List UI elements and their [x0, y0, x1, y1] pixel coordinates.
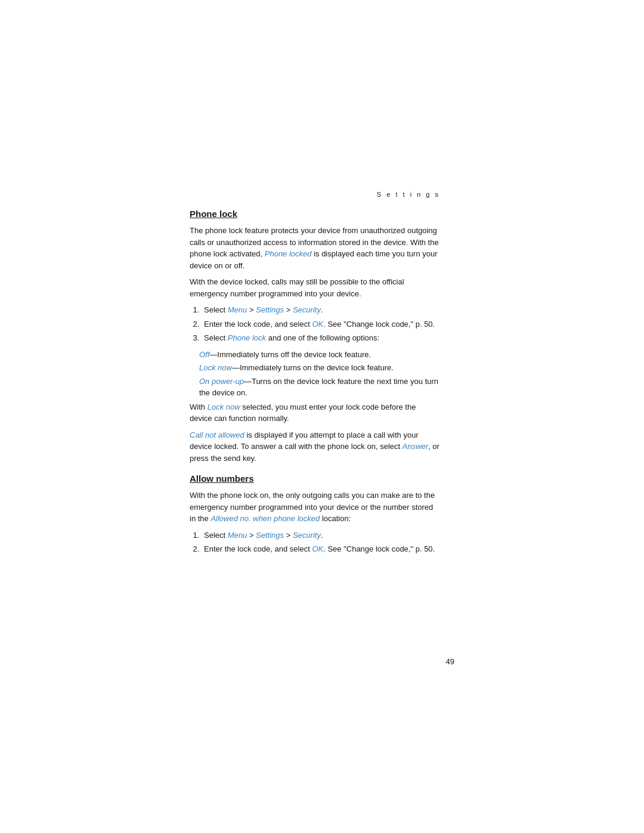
allow-numbers-heading: Allow numbers: [190, 473, 440, 484]
off-text: —Immediately turns off the device lock f…: [209, 350, 371, 359]
step2-text: Enter the lock code, and select: [204, 320, 312, 329]
menu-link-1: Menu: [228, 305, 247, 314]
allow-step2-end: . See "Change lock code," p. 50.: [323, 544, 435, 553]
ok-link-2: OK: [312, 544, 323, 553]
option-lock-now: Lock now—Immediately turns on the device…: [190, 362, 440, 374]
allow-step1-text: Select: [204, 531, 228, 540]
allow-numbers-para1: With the phone lock on, the only outgoin…: [190, 490, 440, 525]
step3-text: Select: [204, 333, 228, 342]
step1-text: Select: [204, 305, 228, 314]
settings-link-1: Settings: [256, 305, 284, 314]
phone-lock-heading: Phone lock: [190, 209, 440, 219]
phone-lock-step-1: Select Menu > Settings > Security.: [202, 304, 440, 316]
step2-end: . See "Change lock code," p. 50.: [323, 320, 435, 329]
answer-link: Answer: [402, 442, 428, 451]
call-not-allowed-link: Call not allowed: [190, 431, 244, 439]
step1-mid1: >: [247, 305, 256, 314]
allow-numbers-section: Allow numbers With the phone lock on, th…: [190, 473, 440, 555]
phone-lock-steps: Select Menu > Settings > Security. Enter…: [202, 304, 440, 344]
phone-lock-step-2: Enter the lock code, and select OK. See …: [202, 318, 440, 330]
step1-end: .: [321, 305, 323, 314]
phone-locked-link: Phone locked: [265, 249, 312, 258]
step3-end: and one of the following options:: [266, 333, 379, 342]
allowed-no-link: Allowed no. when phone locked: [210, 514, 320, 523]
allow-step-1: Select Menu > Settings > Security.: [202, 529, 440, 541]
page-container: S e t t i n g s Phone lock The phone loc…: [0, 0, 644, 833]
lock-now-text: —Immediately turns on the device lock fe…: [232, 363, 394, 372]
settings-label: S e t t i n g s: [190, 191, 440, 198]
allow-step1-mid1: >: [247, 531, 256, 540]
content-area: S e t t i n g s Phone lock The phone loc…: [190, 191, 440, 567]
on-power-up-link: On power-up: [199, 377, 244, 386]
ok-link-1: OK: [312, 320, 323, 329]
phone-lock-options: Off—Immediately turns off the device loc…: [190, 349, 440, 399]
menu-link-2: Menu: [228, 531, 247, 540]
settings-link-2: Settings: [256, 531, 284, 540]
option-on-power-up: On power-up—Turns on the device lock fea…: [190, 376, 440, 399]
para3-before: With: [190, 402, 208, 411]
phone-lock-step-3: Select Phone lock and one of the followi…: [202, 332, 440, 344]
lock-now-link: Lock now: [199, 363, 232, 372]
phone-lock-para3: With Lock now selected, you must enter y…: [190, 401, 440, 425]
lock-now-link2: Lock now: [208, 402, 240, 411]
page-number: 49: [446, 657, 454, 666]
allow-numbers-steps: Select Menu > Settings > Security. Enter…: [202, 529, 440, 555]
allow-step-2: Enter the lock code, and select OK. See …: [202, 543, 440, 555]
allow-step1-mid2: >: [284, 531, 293, 540]
allow-step2-text: Enter the lock code, and select: [204, 544, 312, 553]
off-link: Off: [199, 350, 209, 359]
security-link-1: Security: [293, 305, 321, 314]
allow-para1-end: location:: [320, 514, 351, 523]
security-link-2: Security: [293, 531, 321, 540]
phone-lock-para2: With the device locked, calls may still …: [190, 276, 440, 299]
phone-lock-para4: Call not allowed is displayed if you att…: [190, 429, 440, 465]
step1-mid2: >: [284, 305, 293, 314]
phone-lock-link: Phone lock: [228, 333, 266, 342]
option-off: Off—Immediately turns off the device loc…: [190, 349, 440, 361]
phone-lock-para1: The phone lock feature protects your dev…: [190, 225, 440, 271]
phone-lock-section: Phone lock The phone lock feature protec…: [190, 209, 440, 464]
allow-step1-end: .: [321, 531, 323, 540]
